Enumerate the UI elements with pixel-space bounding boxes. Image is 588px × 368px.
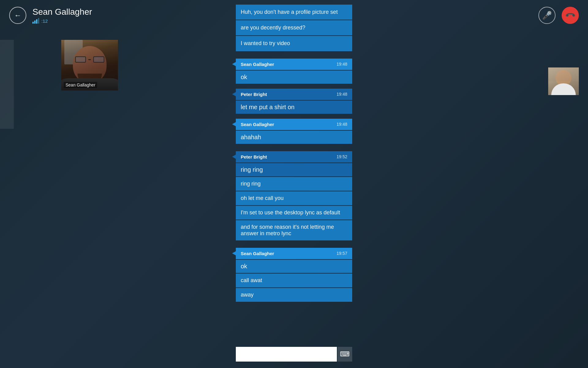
msg-group-sean-ahahah: Sean Gallagher 19:48 ahahah — [236, 119, 352, 144]
msg-header-sean-ahahah: Sean Gallagher 19:48 — [236, 119, 352, 130]
header-actions: 🎤 📞 — [538, 7, 579, 24]
msg-ring-ring-2: ring ring — [236, 177, 352, 191]
video-left: Sean Gallagher — [61, 40, 118, 90]
signal-count: :12 — [41, 18, 48, 24]
header: ← Sean Gallagher :12 🎤 📞 — [0, 0, 588, 31]
contact-info: Sean Gallagher :12 — [32, 7, 92, 24]
msg-metro-lync: and for some reason it's not letting me … — [236, 220, 352, 240]
input-wrapper: ⌨ — [236, 347, 352, 362]
msg-body-peter-1948: let me put a shirt on — [236, 101, 352, 114]
mic-button[interactable]: 🎤 — [538, 7, 556, 24]
mic-icon: 🎤 — [542, 11, 552, 20]
msg-group-sean-1957: Sean Gallagher 19:57 ok call awat away — [236, 248, 352, 302]
end-call-button[interactable]: 📞 — [562, 7, 579, 24]
msg-body-sean-ahahah: ahahah — [236, 131, 352, 144]
video-right — [548, 67, 579, 95]
msg-away: away — [236, 288, 352, 302]
msg-group-peter-1948: Peter Bright 19:48 let me put a shirt on — [236, 89, 352, 114]
video-left-label: Sean Gallagher — [64, 82, 97, 88]
msg-header-peter-1948: Peter Bright 19:48 — [236, 89, 352, 100]
msg-body-ring-ring: ring ring — [236, 163, 352, 176]
chat-input[interactable] — [236, 347, 337, 362]
keyboard-button[interactable]: ⌨ — [337, 347, 352, 362]
msg-header-peter-1952: Peter Bright 19:52 — [236, 151, 352, 163]
end-call-icon: 📞 — [564, 10, 576, 21]
input-area: ⌨ — [0, 340, 588, 368]
msg-oh-let-me: oh let me call you — [236, 191, 352, 205]
msg-group-sean-1948: Sean Gallagher 19:48 ok — [236, 59, 352, 84]
signal-bars — [32, 18, 39, 24]
contact-name: Sean Gallagher — [32, 7, 92, 17]
msg-header-sean-1957: Sean Gallagher 19:57 — [236, 248, 352, 259]
keyboard-icon: ⌨ — [340, 350, 350, 358]
msg-body-sean-1957: ok — [236, 260, 352, 273]
msg-desktop-lync: I'm set to use the desktop lync as defau… — [236, 206, 352, 220]
chat-content: Huh, you don't have a profile picture se… — [236, 3, 352, 313]
msg-group-peter-1952: Peter Bright 19:52 ring ring ring ring o… — [236, 151, 352, 240]
msg-header-sean-1948: Sean Gallagher 19:48 — [236, 59, 352, 70]
msg-try-video: I wanted to try video — [236, 36, 352, 51]
msg-body-sean-1948: ok — [236, 71, 352, 84]
back-button[interactable]: ← — [9, 7, 26, 24]
msg-call-awat: call awat — [236, 274, 352, 287]
